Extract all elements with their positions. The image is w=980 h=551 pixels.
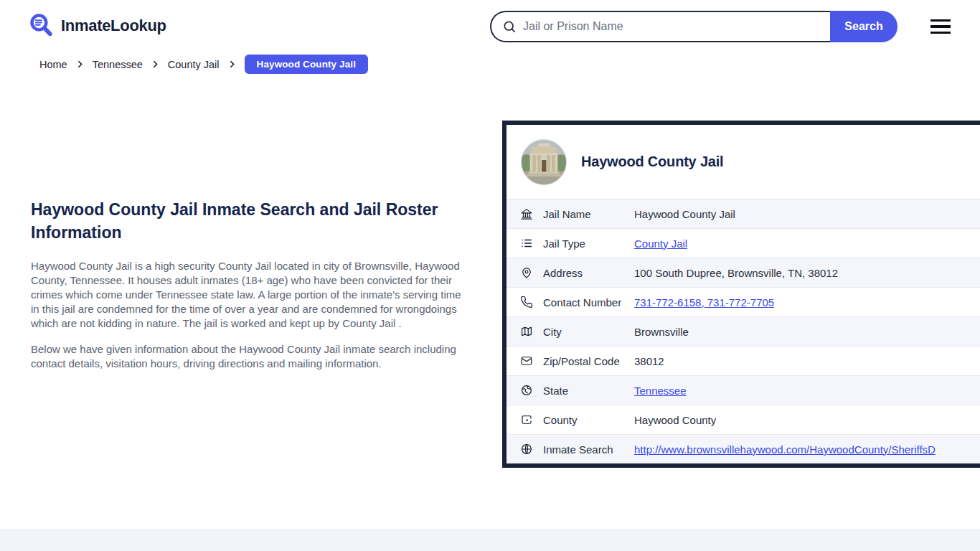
globe-americas-icon [520,384,533,397]
jail-card-title: Haywood County Jail [581,154,723,170]
row-label: Inmate Search [543,443,634,456]
breadcrumb-home[interactable]: Home [39,59,67,70]
row-value: 100 South Dupree, Brownsville, TN, 38012 [634,267,838,279]
site-logo[interactable]: InmateLookup [29,13,166,39]
table-row-address: Address 100 South Dupree, Brownsville, T… [507,258,980,287]
search-input[interactable] [523,20,830,33]
state-link[interactable]: Tennessee [634,385,687,397]
row-label: Zip/Postal Code [543,355,634,367]
contact-number-link[interactable]: 731-772-6158, 731-772-7705 [634,296,774,309]
map-pin-icon [520,266,533,279]
row-label: City [543,326,634,338]
jail-card-header: Haywood County Jail [507,125,980,199]
article-paragraph-1: Haywood County Jail is a high security C… [31,259,463,331]
table-row-jail-type: Jail Type County Jail [507,228,980,258]
row-value: Haywood County Jail [634,208,735,220]
globe-icon [520,443,533,456]
folded-map-icon [520,325,533,338]
breadcrumb-tennessee[interactable]: Tennessee [93,59,143,70]
table-row-jail-name: Jail Name Haywood County Jail [507,199,980,228]
row-label: Address [543,267,634,279]
row-value: Brownsville [634,326,689,338]
search-input-wrap [490,11,830,42]
row-value: 38012 [634,355,664,367]
article-paragraph-2: Below we have given information about th… [31,342,463,371]
breadcrumb-county-jail[interactable]: County Jail [168,59,220,70]
jail-info-card: Haywood County Jail Jail Name Haywood Co… [502,121,980,468]
chevron-right-icon [75,60,85,69]
inmate-search-link[interactable]: http://www.brownsvillehaywood.com/Haywoo… [634,443,936,456]
breadcrumb: Home Tennessee County Jail Haywood Count… [39,55,368,74]
search-icon [502,19,517,34]
footer-band [0,529,980,551]
row-label: State [543,385,634,397]
jail-type-link[interactable]: County Jail [634,237,687,250]
envelope-icon [520,354,533,367]
bank-icon [520,207,533,220]
row-label: Jail Name [543,208,634,220]
table-row-inmate-search: Inmate Search http://www.brownsvillehayw… [507,434,980,463]
hamburger-menu-icon[interactable] [930,19,951,34]
table-row-county: County Haywood County [507,405,980,434]
phone-icon [520,296,533,309]
row-label: County [543,414,634,426]
chevron-right-icon [227,60,237,69]
page-title: Haywood County Jail Inmate Search and Ja… [31,198,463,244]
courthouse-photo-illustration [522,140,566,184]
county-map-icon [520,413,533,426]
row-value: Haywood County [634,414,716,426]
table-row-contact-number: Contact Number 731-772-6158, 731-772-770… [507,287,980,316]
table-row-zip: Zip/Postal Code 38012 [507,346,980,375]
row-label: Jail Type [543,237,634,250]
chevron-right-icon [151,60,160,69]
table-row-city: City Brownsville [507,316,980,346]
magnifier-document-logo-icon [29,13,55,39]
breadcrumb-current-badge: Haywood County Jail [245,55,368,74]
jail-details-table: Jail Name Haywood County Jail Jail Type … [507,199,980,463]
search-bar: Search [490,11,897,42]
table-row-state: State Tennessee [507,375,980,405]
list-icon [520,237,533,250]
row-label: Contact Number [543,296,634,309]
search-button[interactable]: Search [830,11,897,42]
jail-photo [521,139,567,185]
logo-text: InmateLookup [61,17,166,35]
article: Haywood County Jail Inmate Search and Ja… [31,198,463,382]
